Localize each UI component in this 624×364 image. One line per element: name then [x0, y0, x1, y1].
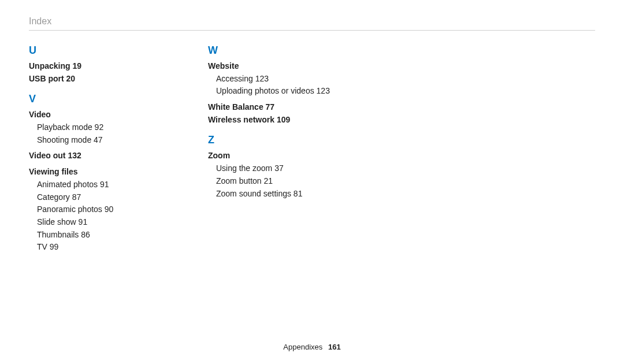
index-subentry: Slide show 91 [29, 216, 156, 229]
index-entry: Viewing files [29, 166, 156, 179]
index-subentry: Thumbnails 86 [29, 229, 156, 242]
index-column-2: W Website Accessing 123 Uploading photos… [208, 44, 335, 257]
index-subentry: Using the zoom 37 [208, 162, 335, 175]
index-entry: Video [29, 109, 156, 121]
index-subentry: Playback mode 92 [29, 121, 156, 134]
index-column-1: U Unpacking 19 USB port 20 V Video Playb… [29, 44, 156, 257]
index-entry: Zoom [208, 150, 335, 162]
index-subentry: Zoom button 21 [208, 175, 335, 188]
index-subentry: Animated photos 91 [29, 179, 156, 191]
index-entry: Website [208, 60, 335, 73]
letter-heading-v: V [29, 93, 156, 105]
footer-section: Appendixes [283, 343, 322, 351]
index-subentry: Uploading photos or videos 123 [208, 85, 335, 98]
index-subentry: Accessing 123 [208, 73, 335, 86]
index-entry: Unpacking 19 [29, 60, 156, 73]
index-subentry: Shooting mode 47 [29, 134, 156, 147]
index-entry: USB port 20 [29, 73, 156, 86]
index-entry: White Balance 77 [208, 101, 335, 114]
index-subentry: Panoramic photos 90 [29, 203, 156, 216]
index-subentry: TV 99 [29, 241, 156, 254]
page-header: Index [29, 16, 595, 31]
index-entry: Video out 132 [29, 150, 156, 162]
letter-heading-w: W [208, 44, 335, 57]
index-entry: Wireless network 109 [208, 114, 335, 127]
index-columns: U Unpacking 19 USB port 20 V Video Playb… [29, 44, 595, 257]
letter-heading-u: U [29, 44, 156, 57]
page-footer: Appendixes 161 [0, 343, 624, 351]
letter-heading-z: Z [208, 134, 335, 146]
index-subentry: Zoom sound settings 81 [208, 188, 335, 200]
index-subentry: Category 87 [29, 191, 156, 204]
footer-page-number: 161 [328, 343, 341, 351]
